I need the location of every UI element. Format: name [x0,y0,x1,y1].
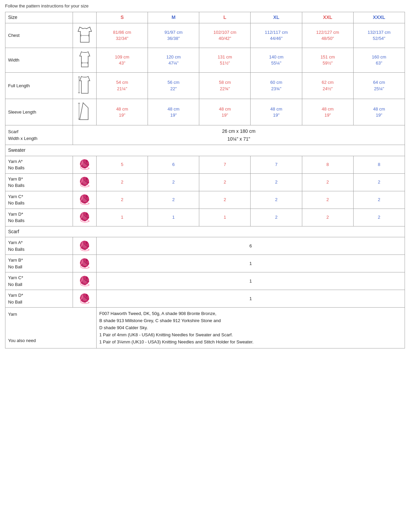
scarf-yarn-c-icon: 🧶 [73,272,97,290]
sweater-yarn-c-s: 2 [97,191,148,209]
scarf-yarn-a-icon: 🧶 [73,237,97,255]
full-length-l: 58 cm 22¾" [199,72,251,99]
sweater-yarn-a-m: 6 [148,156,199,173]
sweater-yarn-d-s: 1 [97,209,148,226]
sweater-yarn-c-l: 2 [199,191,251,209]
scarf-yarn-a-label: Yarn A*No Balls [5,237,73,255]
width-xxxl: 160 cm 63" [353,48,405,72]
full-length-m: 56 cm 22" [148,72,199,99]
chest-xl: 112/117 cm 44/46" [251,23,302,48]
size-l-header: L [199,12,251,23]
sweater-yarn-b-xxxl: 2 [353,173,405,191]
size-xxl-header: XXL [302,12,353,23]
chest-m: 91/97 cm 36/38" [148,23,199,48]
full-length-label: Full Length [5,72,73,99]
sweater-yarn-a-icon: 🧶 [73,156,97,173]
sweater-yarn-d-xxl: 2 [302,209,353,226]
full-length-xl: 60 cm 23¾" [251,72,302,99]
full-length-xxl: 62 cm 24½" [302,72,353,99]
scarf-yarn-a-value: 6 [97,237,405,255]
sweater-yarn-d-label: Yarn D*No Balls [5,209,73,226]
full-length-s: 54 cm 21¼" [97,72,148,99]
size-m-header: M [148,12,199,23]
size-header-label: Size [5,12,73,23]
full-length-icon [73,72,97,99]
sweater-yarn-b-m: 2 [148,173,199,191]
sweater-yarn-b-icon: 🧶 [73,173,97,191]
chest-label: Chest [5,23,73,48]
sleeve-length-xxl: 48 cm 19" [302,99,353,125]
sweater-yarn-a-xl: 7 [251,156,302,173]
intro-text: Follow the pattern instructions for your… [5,3,405,8]
scarf-section-header: Scarf [5,226,405,237]
sleeve-length-xxxl: 48 cm 19" [353,99,405,125]
width-xl: 140 cm 55¼" [251,48,302,72]
sweater-yarn-c-icon: 🧶 [73,191,97,209]
yarn-note-text: F007 Haworth Tweed, DK, 50g, A shade 908… [97,308,405,348]
width-m: 120 cm 47¼" [148,48,199,72]
sweater-yarn-a-xxxl: 8 [353,156,405,173]
sleeve-length-s: 48 cm 19" [97,99,148,125]
sweater-yarn-d-l: 1 [199,209,251,226]
width-s: 109 cm 43" [97,48,148,72]
scarf-dimensions-value: 26 cm x 180 cm 10¼" x 71" [73,125,405,145]
sleeve-length-icon [73,99,97,125]
sweater-yarn-d-xxxl: 2 [353,209,405,226]
size-xxxl-header: XXXL [353,12,405,23]
sweater-yarn-a-label: Yarn A*No Balls [5,156,73,173]
sweater-yarn-b-label: Yarn B*No Balls [5,173,73,191]
sweater-section-header: Sweater [5,145,405,156]
width-xxl: 151 cm 59½" [302,48,353,72]
size-icon-spacer [73,12,97,23]
sweater-yarn-b-xxl: 2 [302,173,353,191]
scarf-yarn-d-label: Yarn D*No Ball [5,290,73,308]
sweater-yarn-b-s: 2 [97,173,148,191]
sweater-yarn-d-m: 1 [148,209,199,226]
sweater-yarn-b-xl: 2 [251,173,302,191]
chest-icon [73,23,97,48]
scarf-yarn-d-value: 1 [97,290,405,308]
sleeve-length-l: 48 cm 19" [199,99,251,125]
scarf-dimensions-label: ScarfWidth x Length [5,125,73,145]
scarf-yarn-b-label: Yarn B*No Ball [5,255,73,272]
scarf-yarn-b-value: 1 [97,255,405,272]
sweater-yarn-d-xl: 2 [251,209,302,226]
sweater-yarn-d-icon: 🧶 [73,209,97,226]
sweater-yarn-a-l: 7 [199,156,251,173]
sweater-yarn-a-xxl: 8 [302,156,353,173]
chest-xxl: 122/127 cm 48/50" [302,23,353,48]
sleeve-length-label: Sleeve Length [5,99,73,125]
size-xl-header: XL [251,12,302,23]
sleeve-length-xl: 48 cm 19" [251,99,302,125]
sweater-yarn-c-m: 2 [148,191,199,209]
scarf-yarn-c-label: Yarn C*No Ball [5,272,73,290]
sweater-yarn-c-xl: 2 [251,191,302,209]
chest-l: 102/107 cm 40/42" [199,23,251,48]
sweater-yarn-c-xxl: 2 [302,191,353,209]
scarf-yarn-b-icon: 🧶 [73,255,97,272]
scarf-yarn-d-icon: 🧶 [73,290,97,308]
sweater-yarn-c-label: Yarn C*No Balls [5,191,73,209]
size-s-header: S [97,12,148,23]
width-icon [73,48,97,72]
yarn-note-labels: Yarn You also need [5,308,97,348]
sweater-yarn-a-s: 5 [97,156,148,173]
width-label: Width [5,48,73,72]
sweater-yarn-b-l: 2 [199,173,251,191]
sweater-yarn-c-xxxl: 2 [353,191,405,209]
sleeve-length-m: 48 cm 19" [148,99,199,125]
chest-xxxl: 132/137 cm 52/54" [353,23,405,48]
width-l: 131 cm 51½" [199,48,251,72]
full-length-xxxl: 64 cm 25¼" [353,72,405,99]
chest-s: 81/86 cm 32/34" [97,23,148,48]
scarf-yarn-c-value: 1 [97,272,405,290]
